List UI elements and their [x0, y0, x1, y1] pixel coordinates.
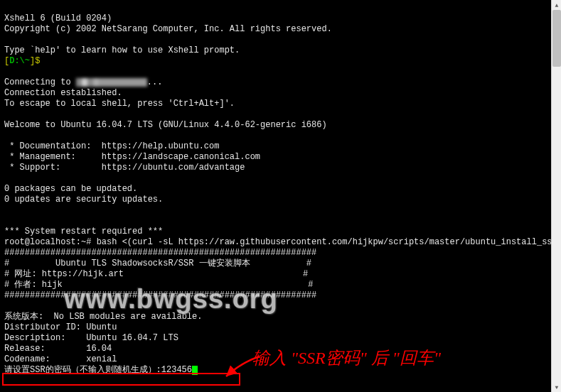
password-prompt: 请设置SSR的密码（不输入则随机生成）:: [4, 365, 161, 375]
lsb-dist: Distributor ID: Ubuntu: [4, 322, 117, 332]
banner-border-top: ########################################…: [4, 248, 316, 258]
help-line: Type `help' to learn how to use Xshell p…: [4, 45, 240, 55]
scroll-down-icon[interactable]: ▼: [552, 382, 561, 392]
banner-border-bottom: ########################################…: [4, 290, 316, 300]
updates-sec: 0 updates are security updates.: [4, 195, 163, 205]
link-mgmt: * Management: https://landscape.canonica…: [4, 152, 260, 162]
banner-site: # 网址: https://hijk.art #: [4, 269, 308, 279]
password-input-value[interactable]: 123456: [161, 365, 192, 375]
shell-prompt: root@localhost:~#: [4, 237, 97, 247]
welcome-line: Welcome to Ubuntu 16.04.7 LTS (GNU/Linux…: [4, 120, 327, 130]
terminal-output[interactable]: Xshell 6 (Build 0204) Copyright (c) 2002…: [0, 0, 551, 392]
app-title: Xshell 6 (Build 0204): [4, 13, 112, 23]
local-prompt-end: ]$: [30, 56, 46, 66]
copyright-line: Copyright (c) 2002 NetSarang Computer, I…: [4, 24, 332, 34]
lsb-code: Codename: xenial: [4, 354, 117, 364]
conn-established: Connection established.: [4, 88, 122, 98]
local-prompt-path: D:\~: [9, 56, 30, 66]
restart-line: *** System restart required ***: [4, 227, 163, 236]
redacted-host: [76, 78, 147, 87]
cursor-icon: [192, 366, 198, 375]
connecting-post: ...: [147, 77, 163, 87]
scroll-up-icon[interactable]: ▲: [552, 0, 561, 10]
vertical-scrollbar[interactable]: ▲ ▼: [551, 0, 561, 392]
scrollbar-thumb[interactable]: [552, 10, 561, 67]
connecting-pre: Connecting to: [4, 77, 76, 87]
escape-hint: To escape to local shell, press 'Ctrl+Al…: [4, 99, 235, 109]
banner-author: # 作者: hijk #: [4, 280, 313, 290]
lsb-rel: Release: 16.04: [4, 344, 112, 354]
lsb-header: 系统版本: No LSB modules are available.: [4, 312, 202, 322]
lsb-desc: Description: Ubuntu 16.04.7 LTS: [4, 333, 178, 343]
updates-pkg: 0 packages can be updated.: [4, 184, 137, 194]
shell-command: bash <(curl -sL https://raw.githubuserco…: [97, 237, 551, 247]
link-doc: * Documentation: https://help.ubuntu.com: [4, 141, 219, 151]
link-support: * Support: https://ubuntu.com/advantage: [4, 163, 245, 173]
banner-title: # Ubuntu TLS ShadowsocksR/SSR 一键安装脚本 #: [4, 258, 311, 268]
